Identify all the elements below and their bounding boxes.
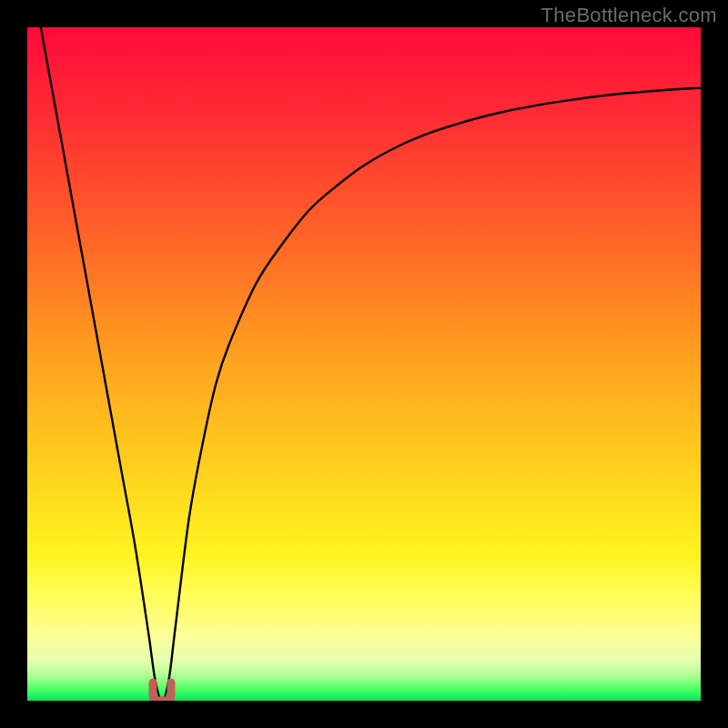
optimal-marker (153, 682, 171, 701)
watermark-text: TheBottleneck.com (541, 4, 717, 27)
chart-frame: TheBottleneck.com (0, 0, 728, 728)
bottleneck-curve (27, 27, 701, 701)
plot-area (27, 27, 701, 701)
